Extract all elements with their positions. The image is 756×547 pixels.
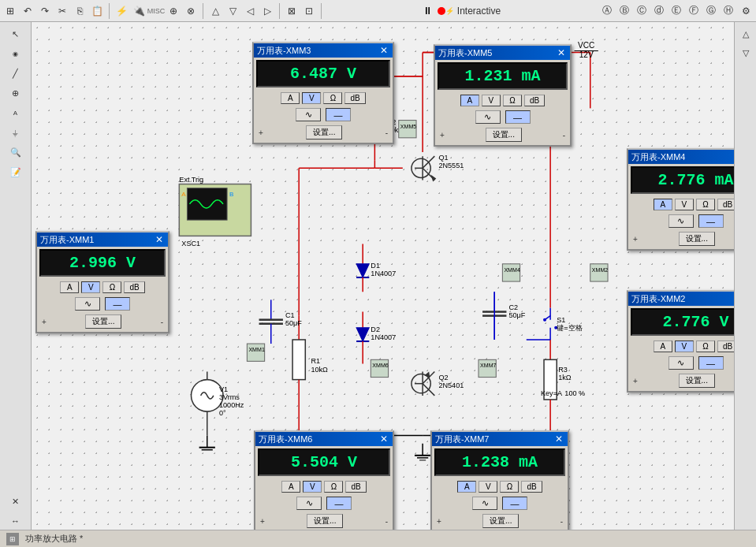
- xmm3-wave-ac[interactable]: ∿: [296, 108, 321, 121]
- xmm6-close[interactable]: ✕: [378, 434, 389, 445]
- xmm2-wave-ac[interactable]: ∿: [668, 356, 694, 370]
- sidebar-label[interactable]: A: [5, 104, 27, 121]
- meter-xmm6: 万用表-XMM6 ✕ 5.504 V A V Ω dB ∿ — + 设置... …: [254, 430, 394, 530]
- toolbar-icon-9[interactable]: ⊕: [166, 4, 181, 18]
- sidebar-power[interactable]: ⏚: [5, 124, 27, 141]
- xmm3-close[interactable]: ✕: [378, 45, 389, 56]
- xmm6-btn-db[interactable]: dB: [345, 481, 366, 493]
- toolbar-right-3[interactable]: Ⓒ: [635, 4, 649, 18]
- toolbar-icon-15[interactable]: ⊠: [285, 4, 299, 18]
- xmm5-wave-ac[interactable]: ∿: [475, 110, 501, 124]
- xmm5-btn-v[interactable]: V: [482, 95, 501, 106]
- toolbar-icon-12[interactable]: ▽: [225, 4, 240, 18]
- xmm1-close[interactable]: ✕: [154, 234, 165, 245]
- xmm7-close[interactable]: ✕: [553, 434, 564, 445]
- xmm1-wave-ac[interactable]: ∿: [75, 297, 100, 311]
- svg-text:1000Hz: 1000Hz: [219, 401, 244, 409]
- toolbar-icon-1[interactable]: ⊞: [3, 4, 17, 18]
- xmm3-btn-a[interactable]: A: [281, 92, 300, 104]
- xmm6-btn-ohm[interactable]: Ω: [324, 481, 343, 493]
- toolbar-icon-3[interactable]: ↷: [38, 4, 52, 18]
- xmm5-btn-a[interactable]: A: [460, 95, 479, 106]
- sidebar-note[interactable]: 📝: [5, 163, 27, 180]
- xmm2-btn-v[interactable]: V: [675, 340, 694, 352]
- xmm7-settings[interactable]: 设置...: [482, 514, 519, 528]
- xmm4-settings[interactable]: 设置...: [679, 232, 715, 246]
- xmm4-btn-ohm[interactable]: Ω: [696, 199, 715, 210]
- toolbar-right-9[interactable]: ⚙: [739, 4, 753, 18]
- right-icon-2[interactable]: ▽: [735, 44, 757, 61]
- toolbar-right-6[interactable]: Ⓕ: [687, 4, 701, 18]
- xmm6-wave-dc[interactable]: —: [326, 497, 352, 510]
- sidebar-close[interactable]: ✕: [5, 493, 27, 510]
- xmm7-wave-ac[interactable]: ∿: [472, 497, 497, 510]
- xmm6-wave-ac[interactable]: ∿: [296, 497, 322, 510]
- sidebar-junction[interactable]: ⊕: [5, 84, 27, 102]
- sidebar-resize[interactable]: ↔: [5, 512, 27, 530]
- xmm2-btn-ohm[interactable]: Ω: [696, 340, 715, 352]
- xmm1-btn-v[interactable]: V: [81, 281, 100, 293]
- toolbar-icon-14[interactable]: ▷: [260, 4, 274, 18]
- toolbar-icon-11[interactable]: △: [208, 4, 222, 18]
- sidebar-component[interactable]: ◉: [5, 45, 27, 62]
- xmm3-btn-ohm[interactable]: Ω: [323, 92, 342, 104]
- xmm5-settings[interactable]: 设置...: [486, 128, 522, 142]
- xmm1-settings[interactable]: 设置...: [85, 314, 121, 329]
- xmm4-titlebar: 万用表-XMM4 ✕: [628, 150, 734, 164]
- xmm5-close[interactable]: ✕: [556, 47, 567, 58]
- xmm4-btn-a[interactable]: A: [654, 199, 672, 210]
- toolbar-right-1[interactable]: Ⓐ: [600, 4, 614, 18]
- sidebar-pointer[interactable]: ↖: [5, 25, 27, 43]
- xmm1-btn-a[interactable]: A: [60, 281, 79, 293]
- xmm4-wave-ac[interactable]: ∿: [668, 214, 694, 228]
- xmm2-wave-dc[interactable]: —: [698, 356, 724, 370]
- xmm1-wave-dc[interactable]: —: [105, 297, 130, 311]
- toolbar-right-8[interactable]: Ⓗ: [721, 4, 736, 18]
- xmm6-btn-a[interactable]: A: [281, 481, 300, 493]
- svg-marker-42: [356, 328, 369, 341]
- xmm5-btn-ohm[interactable]: Ω: [503, 95, 522, 106]
- sidebar-probe[interactable]: 🔍: [5, 143, 27, 161]
- xmm2-btn-a[interactable]: A: [654, 340, 672, 352]
- xmm7-wave-dc[interactable]: —: [502, 497, 527, 510]
- sidebar-wire[interactable]: ╱: [5, 65, 27, 82]
- toolbar-right-2[interactable]: Ⓑ: [617, 4, 631, 18]
- toolbar-icon-16[interactable]: ⊡: [302, 4, 316, 18]
- xmm7-btn-db[interactable]: dB: [521, 481, 542, 493]
- xmm1-btn-ohm[interactable]: Ω: [102, 281, 121, 293]
- xmm2-btn-db[interactable]: dB: [717, 340, 734, 352]
- xmm5-wave-dc[interactable]: —: [505, 110, 531, 124]
- xmm7-btn-v[interactable]: V: [479, 481, 497, 493]
- toolbar-right-4[interactable]: ⓓ: [652, 4, 666, 18]
- xmm2-titlebar: 万用表-XMM2 ✕: [628, 292, 734, 306]
- toolbar-icon-8[interactable]: 🔌: [132, 4, 146, 18]
- toolbar-icon-2[interactable]: ↶: [20, 4, 35, 18]
- xmm7-btn-ohm[interactable]: Ω: [500, 481, 519, 493]
- xmm5-btn-db[interactable]: dB: [524, 95, 545, 106]
- xmm3-settings[interactable]: 设置...: [306, 125, 342, 140]
- toolbar-icon-6[interactable]: 📋: [90, 4, 104, 18]
- toolbar-icon-7[interactable]: ⚡: [114, 4, 128, 18]
- xmm4-footer: + 设置... -: [628, 230, 734, 249]
- main-area: ↖ ◉ ╱ ⊕ A ⏚ 🔍 📝 ✕ ↔ VCC 12V: [0, 22, 756, 530]
- xmm6-settings[interactable]: 设置...: [307, 514, 343, 528]
- xmm7-btn-a[interactable]: A: [457, 481, 476, 493]
- statusbar: ⊞ 功率放大电路 *: [0, 530, 756, 547]
- right-icon-1[interactable]: △: [735, 25, 757, 43]
- xmm4-wave-dc[interactable]: —: [698, 214, 724, 228]
- toolbar-right-7[interactable]: Ⓖ: [704, 4, 718, 18]
- toolbar-icon-13[interactable]: ◁: [243, 4, 257, 18]
- toolbar-icon-5[interactable]: ⎘: [73, 4, 87, 18]
- xmm2-settings[interactable]: 设置...: [679, 374, 715, 388]
- xmm3-wave-dc[interactable]: —: [326, 108, 351, 121]
- xmm4-btn-v[interactable]: V: [675, 199, 694, 210]
- toolbar-icon-4[interactable]: ✂: [55, 4, 69, 18]
- toolbar-icon-10[interactable]: ⊗: [184, 4, 198, 18]
- xmm6-btn-v[interactable]: V: [303, 481, 322, 493]
- xmm4-btn-db[interactable]: dB: [717, 199, 734, 210]
- xmm3-btn-v[interactable]: V: [302, 92, 321, 104]
- xmm1-btn-db[interactable]: dB: [124, 281, 144, 293]
- toolbar-right-5[interactable]: Ⓔ: [669, 4, 683, 18]
- pause-button[interactable]: ⏸: [423, 5, 433, 17]
- xmm3-btn-db[interactable]: dB: [344, 92, 365, 104]
